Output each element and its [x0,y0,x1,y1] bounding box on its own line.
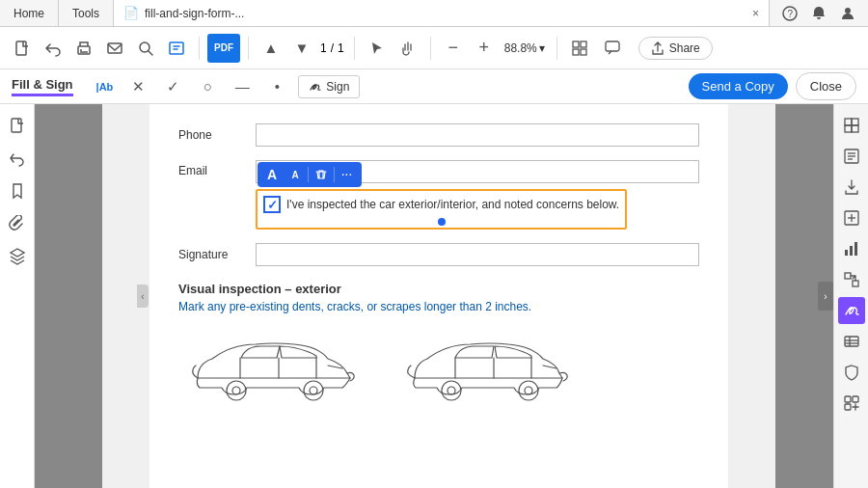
top-bar: Home Tools 📄 fill-and-sign-form-... × ? [0,0,868,27]
section-subtitle: Mark any pre-existing dents, cracks, or … [178,300,699,313]
sidebar-new-btn[interactable] [4,112,31,139]
file-icon: 📄 [123,6,139,20]
toolbar-sep-2 [248,37,249,60]
page-current: 1 [318,41,329,55]
toolbar-sep-1 [199,37,200,60]
zoom-out-btn[interactable]: − [439,34,468,63]
gray-left: ‹ [35,104,102,488]
sidebar-attach-btn[interactable] [4,210,31,237]
pdf-page: Phone Email A A [149,104,728,488]
svg-rect-7 [170,42,183,54]
circle-tool-btn[interactable]: ○ [194,73,221,100]
checkbox-box[interactable]: ✓ [263,196,281,213]
svg-point-25 [525,387,532,394]
svg-rect-43 [854,242,857,256]
gray-right: › [775,104,833,488]
convert-btn[interactable] [162,34,191,63]
selected-element[interactable]: A A ··· ✓ I've inspected the [256,189,627,230]
right-sidebar [833,104,868,488]
back-btn[interactable] [39,34,68,63]
pdf-btn[interactable]: PDF [207,34,240,63]
user-btn[interactable] [837,3,858,24]
zoom-in-btn[interactable]: + [470,34,499,63]
tab-tools[interactable]: Tools [59,0,114,26]
select-btn[interactable] [363,34,392,63]
car-illustration-2 [391,325,583,402]
svg-point-2 [845,8,851,14]
sign-btn[interactable]: Sign [298,75,360,98]
rs-sign-active-btn[interactable] [838,297,865,324]
svg-point-16 [304,381,323,400]
sidebar-back-btn[interactable] [4,145,31,172]
tab-file[interactable]: 📄 fill-and-sign-form-... × [114,0,770,26]
page-total: 1 [336,41,346,55]
dash-tool-btn[interactable]: — [229,73,256,100]
grid-btn[interactable] [565,34,594,63]
rs-more-btn[interactable] [838,390,865,417]
more-btn[interactable]: ··· [337,164,358,185]
text-tool-btn[interactable]: |Ab [93,73,118,100]
page-up-btn[interactable]: ▲ [257,34,285,63]
rs-create-btn[interactable] [838,204,865,231]
rs-edit-btn[interactable] [838,143,865,170]
close-btn[interactable]: Close [796,72,856,100]
zoom-display[interactable]: 88.8% ▾ [501,40,549,57]
resize-handle[interactable] [438,218,446,226]
svg-rect-8 [573,41,579,47]
tab-home[interactable]: Home [0,0,59,26]
file-tools [8,34,191,63]
font-larger-btn[interactable]: A [261,164,283,185]
sidebar-bookmark-btn[interactable] [4,177,31,204]
checkbox-item: ✓ I've inspected the car exterior/interi… [259,193,623,216]
font-smaller-btn[interactable]: A [285,164,306,185]
svg-rect-44 [845,273,851,279]
main-toolbar: PDF ▲ ▼ 1 / 1 − + 88.8% ▾ Share [0,27,868,69]
share-btn[interactable]: Share [638,37,713,60]
signature-label: Signature [178,248,256,261]
check-tool-btn[interactable]: ✓ [159,73,186,100]
dot-tool-btn[interactable]: • [263,73,290,100]
notification-btn[interactable] [808,3,829,24]
collapse-handle[interactable]: ‹ [137,285,149,308]
rs-combine-btn[interactable] [838,112,865,139]
svg-rect-13 [12,119,21,132]
signature-row: Signature [178,243,699,266]
toolbar-sep-4 [430,37,431,60]
element-toolbar: A A ··· [258,162,362,187]
svg-rect-32 [845,125,852,132]
close-tab-btn[interactable]: × [752,7,759,20]
comment-btn[interactable] [598,34,627,63]
main-layout: ‹ Phone Email A A [0,104,868,488]
rs-chart-btn[interactable] [838,235,865,262]
page-nav: ▲ ▼ 1 / 1 [257,34,346,63]
rs-shield-btn[interactable] [838,359,865,386]
print-btn[interactable] [69,34,98,63]
help-btn[interactable]: ? [779,3,800,24]
svg-rect-11 [581,49,586,55]
hand-btn[interactable] [393,34,422,63]
toolbar-sep-5 [556,37,557,60]
svg-rect-46 [845,337,858,346]
phone-input[interactable] [256,123,699,147]
svg-rect-33 [852,125,858,132]
page-nav-arrow[interactable]: › [818,282,833,311]
svg-line-21 [328,366,342,368]
rs-table-btn[interactable] [838,328,865,355]
email-btn[interactable] [100,34,129,63]
sidebar-layers-btn[interactable] [4,243,31,270]
cross-tool-btn[interactable]: ✕ [124,73,151,100]
delete-element-btn[interactable] [311,164,332,185]
rs-compress-btn[interactable] [838,266,865,293]
page-content: Phone Email A A [149,104,728,421]
new-btn[interactable] [8,34,37,63]
phone-label: Phone [178,128,256,142]
signature-input[interactable] [256,243,699,266]
svg-rect-30 [845,119,852,125]
svg-rect-10 [573,49,579,55]
send-copy-btn[interactable]: Send a Copy [689,73,788,99]
page-down-btn[interactable]: ▼ [287,34,316,63]
svg-rect-5 [108,43,122,53]
email-row: Email A A ··· [178,160,699,230]
search-btn[interactable] [131,34,160,63]
rs-export-btn[interactable] [838,174,865,201]
